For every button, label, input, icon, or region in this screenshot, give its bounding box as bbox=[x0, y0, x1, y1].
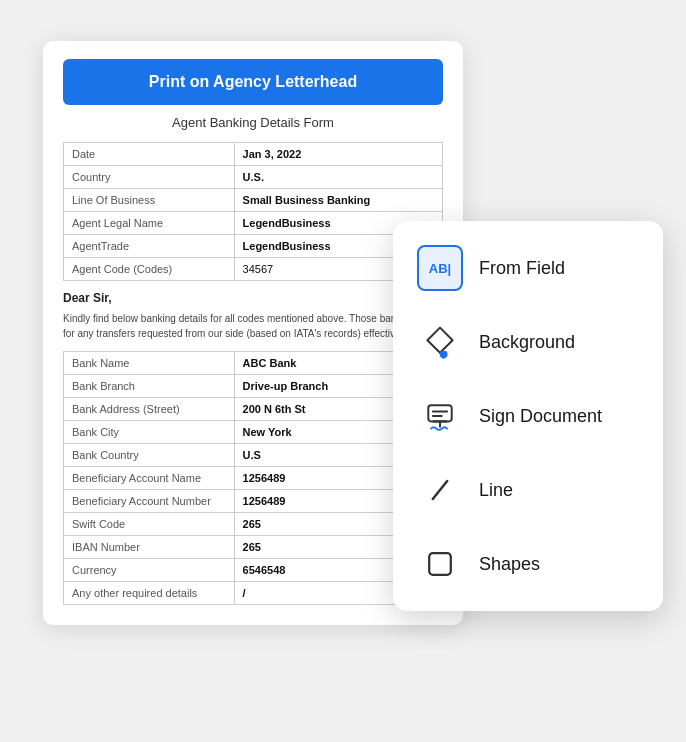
label-bank-name: Bank Name bbox=[64, 352, 235, 375]
menu-item-line[interactable]: Line bbox=[393, 453, 663, 527]
body-text: Kindly find below banking details for al… bbox=[63, 311, 443, 341]
menu-item-background[interactable]: Background bbox=[393, 305, 663, 379]
label-date: Date bbox=[64, 143, 235, 166]
svg-rect-6 bbox=[429, 553, 451, 575]
menu-item-sign-document[interactable]: Sign Document bbox=[393, 379, 663, 453]
table-row: Line Of Business Small Business Banking bbox=[64, 189, 443, 212]
label-beneficiary-number: Beneficiary Account Number bbox=[64, 490, 235, 513]
shapes-icon bbox=[417, 541, 463, 587]
salutation: Dear Sir, bbox=[63, 291, 443, 305]
shapes-label: Shapes bbox=[479, 554, 540, 575]
table-row: Date Jan 3, 2022 bbox=[64, 143, 443, 166]
label-iban: IBAN Number bbox=[64, 536, 235, 559]
label-bank-branch: Bank Branch bbox=[64, 375, 235, 398]
table-row: Any other required details / bbox=[64, 582, 443, 605]
value-lob: Small Business Banking bbox=[234, 189, 442, 212]
menu-item-shapes[interactable]: Shapes bbox=[393, 527, 663, 601]
sign-svg bbox=[422, 398, 458, 434]
from-field-icon-wrapper: AB| bbox=[417, 245, 463, 291]
print-button[interactable]: Print on Agency Letterhead bbox=[63, 59, 443, 105]
from-field-icon: AB| bbox=[417, 245, 463, 291]
table-row: Beneficiary Account Number 1256489 bbox=[64, 490, 443, 513]
table-row: Bank Country U.S bbox=[64, 444, 443, 467]
value-date: Jan 3, 2022 bbox=[234, 143, 442, 166]
table-row: Agent Code (Codes) 34567 bbox=[64, 258, 443, 281]
tools-menu: AB| From Field Background bbox=[393, 221, 663, 611]
line-svg bbox=[422, 472, 458, 508]
label-bank-country: Bank Country bbox=[64, 444, 235, 467]
label-currency: Currency bbox=[64, 559, 235, 582]
label-agent-code: Agent Code (Codes) bbox=[64, 258, 235, 281]
from-field-label: From Field bbox=[479, 258, 565, 279]
table-row: Bank Name ABC Bank bbox=[64, 352, 443, 375]
table-row: Bank City New York bbox=[64, 421, 443, 444]
line-label: Line bbox=[479, 480, 513, 501]
label-country: Country bbox=[64, 166, 235, 189]
background-icon bbox=[417, 319, 463, 365]
label-bank-city: Bank City bbox=[64, 421, 235, 444]
line-icon bbox=[417, 467, 463, 513]
label-bank-address: Bank Address (Street) bbox=[64, 398, 235, 421]
svg-rect-0 bbox=[428, 405, 451, 421]
label-lob: Line Of Business bbox=[64, 189, 235, 212]
agent-info-table: Date Jan 3, 2022 Country U.S. Line Of Bu… bbox=[63, 142, 443, 281]
label-swift: Swift Code bbox=[64, 513, 235, 536]
table-row: Country U.S. bbox=[64, 166, 443, 189]
label-beneficiary-name: Beneficiary Account Name bbox=[64, 467, 235, 490]
table-row: Swift Code 265 bbox=[64, 513, 443, 536]
bank-info-table: Bank Name ABC Bank Bank Branch Drive-up … bbox=[63, 351, 443, 605]
sign-document-icon bbox=[417, 393, 463, 439]
menu-item-from-field[interactable]: AB| From Field bbox=[393, 231, 663, 305]
form-subtitle: Agent Banking Details Form bbox=[43, 115, 463, 130]
table-row: IBAN Number 265 bbox=[64, 536, 443, 559]
table-row: Agent Legal Name LegendBusiness bbox=[64, 212, 443, 235]
table-row: Beneficiary Account Name 1256489 bbox=[64, 467, 443, 490]
label-agent-trade: AgentTrade bbox=[64, 235, 235, 258]
background-svg bbox=[422, 324, 458, 360]
table-row: Bank Address (Street) 200 N 6th St bbox=[64, 398, 443, 421]
label-legal-name: Agent Legal Name bbox=[64, 212, 235, 235]
table-row: Currency 6546548 bbox=[64, 559, 443, 582]
value-country: U.S. bbox=[234, 166, 442, 189]
sign-document-label: Sign Document bbox=[479, 406, 602, 427]
table-row: Bank Branch Drive-up Branch bbox=[64, 375, 443, 398]
table-row: AgentTrade LegendBusiness bbox=[64, 235, 443, 258]
label-other-details: Any other required details bbox=[64, 582, 235, 605]
scene: Print on Agency Letterhead Agent Banking… bbox=[23, 21, 663, 721]
svg-line-5 bbox=[433, 481, 447, 499]
shapes-svg bbox=[422, 546, 458, 582]
background-label: Background bbox=[479, 332, 575, 353]
